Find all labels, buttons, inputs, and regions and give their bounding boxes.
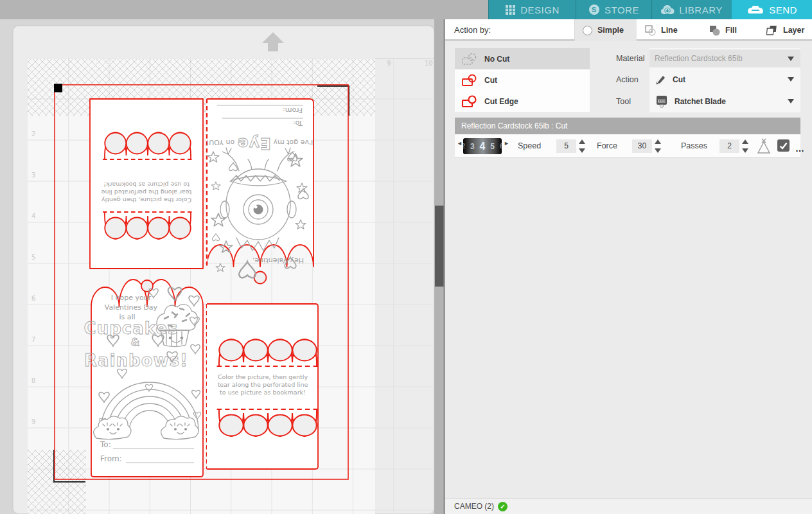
action-dropdown[interactable]: Cut	[649, 69, 800, 90]
svg-text:3: 3	[31, 172, 35, 179]
mode-layer[interactable]: Layer	[759, 19, 812, 41]
svg-text:6: 6	[31, 295, 35, 302]
cut-edge-label: Cut Edge	[484, 97, 518, 106]
line-mode-icon	[644, 24, 656, 36]
tab-library[interactable]: LIBRARY	[651, 0, 731, 19]
svg-text:To:: To:	[293, 119, 303, 127]
origin-handle[interactable]	[54, 84, 62, 93]
passes-input[interactable]: 2	[719, 139, 739, 153]
store-icon: S	[588, 4, 600, 15]
test-cut-icon[interactable]	[755, 137, 772, 155]
force-stepper[interactable]	[655, 139, 661, 153]
mode-fill-label: Fill	[725, 26, 737, 35]
card-cupcake[interactable]: I hope your Valentines Day is all Cupcak…	[84, 279, 203, 477]
device-name: CAMEO (2)	[454, 502, 494, 511]
mode-line[interactable]: Line	[637, 19, 701, 41]
tab-design-label: DESIGN	[520, 4, 560, 15]
svg-text:to use picture as bookmark!: to use picture as bookmark!	[103, 181, 190, 188]
cut-condition-list: No Cut Cut Cut Edge	[455, 48, 590, 112]
svg-text:Cupcakes: Cupcakes	[84, 319, 179, 338]
svg-text:5: 5	[31, 254, 35, 261]
svg-text:From:: From:	[100, 454, 122, 463]
canvas-scrollbar	[434, 19, 445, 514]
svg-text:9: 9	[387, 60, 391, 67]
send-settings-panel: Action by: Simple Line Fill Layer	[445, 19, 812, 514]
device-connected-icon: ✓	[498, 502, 508, 511]
cut-label: Cut	[484, 76, 497, 85]
cut-option-cut-edge[interactable]: Cut Edge	[455, 91, 590, 112]
tab-store[interactable]: S STORE	[576, 0, 651, 19]
svg-text:From:: From:	[283, 106, 303, 114]
action-by-label: Action by:	[454, 19, 491, 41]
scrollbar-thumb[interactable]	[435, 206, 444, 287]
no-cut-icon	[461, 53, 478, 66]
blade-depth-dial[interactable]: 2 3 4 5 6	[463, 138, 502, 154]
blade-decrease-arrow[interactable]: ◄	[457, 140, 463, 146]
svg-text:Color the picture, then gently: Color the picture, then gently	[218, 373, 308, 380]
action-by-bar: Action by: Simple Line Fill Layer	[445, 19, 812, 41]
mode-line-label: Line	[661, 26, 678, 35]
tab-design[interactable]: DESIGN	[488, 0, 576, 19]
cut-option-cut[interactable]: Cut	[455, 69, 590, 91]
mode-simple-label: Simple	[597, 26, 624, 35]
svg-text:to use picture as bookmark!: to use picture as bookmark!	[220, 389, 306, 396]
tab-send[interactable]: SEND	[731, 0, 812, 19]
action-value: Cut	[673, 75, 782, 84]
svg-text:4: 4	[31, 213, 35, 220]
cut-edge-icon	[461, 95, 478, 108]
main-tabs: DESIGN S STORE LIBRARY SEND	[488, 0, 812, 19]
svg-text:Valentines Day: Valentines Day	[105, 303, 158, 312]
svg-text:tear along the perforated line: tear along the perforated line	[101, 189, 191, 196]
material-label: Material	[616, 54, 644, 63]
card-bookmark-left[interactable]: Color the picture, then gently tear alon…	[90, 99, 203, 269]
svg-text:8: 8	[31, 377, 35, 384]
svg-text:2: 2	[31, 130, 35, 137]
blade-increase-arrow[interactable]: ►	[504, 140, 509, 146]
svg-text:7: 7	[31, 336, 35, 343]
check-icon	[778, 140, 789, 151]
blade-number: 6	[500, 143, 502, 150]
card-bookmark-right[interactable]: Color the picture, then gently tear alon…	[207, 304, 319, 469]
svg-text:I hope your: I hope your	[111, 294, 152, 302]
material-value: Reflection Cardstock 65lb	[649, 54, 788, 63]
status-bar: CAMEO (2) ✓	[445, 498, 812, 514]
mode-simple[interactable]: Simple	[574, 19, 637, 41]
radio-icon	[583, 26, 592, 35]
force-input[interactable]: 30	[632, 139, 652, 153]
passes-label: Passes	[681, 141, 707, 150]
material-settings-block: Reflection Cardstock 65lb Cut Ratchet Bl…	[649, 48, 800, 112]
speed-input[interactable]: 5	[556, 139, 576, 153]
mode-layer-label: Layer	[783, 26, 804, 35]
blade-number: 2	[463, 143, 465, 150]
passes-stepper[interactable]	[742, 139, 748, 153]
top-bar: DESIGN S STORE LIBRARY SEND	[0, 0, 812, 19]
cut-option-no-cut[interactable]: No Cut	[455, 48, 590, 69]
tab-store-label: STORE	[605, 4, 639, 15]
blade-number-selected: 4	[480, 141, 486, 152]
ratchet-blade-icon	[655, 94, 669, 109]
svg-text:&: &	[131, 336, 141, 348]
svg-text:9: 9	[31, 418, 35, 425]
monster-greeting-reversed: Hey Valentine,	[252, 256, 304, 265]
tab-library-label: LIBRARY	[679, 4, 722, 15]
more-options-button[interactable]: …	[795, 143, 805, 154]
layer-mode-icon	[766, 24, 778, 36]
svg-text:tear along the perforated line: tear along the perforated line	[218, 381, 308, 388]
tag-hole	[141, 280, 153, 292]
cut-icon	[461, 74, 478, 87]
svg-text:S: S	[592, 6, 597, 13]
bookmark-instructions: Color the picture, then gently tear alon…	[218, 373, 308, 396]
chevron-down-icon	[788, 77, 794, 82]
no-cut-label: No Cut	[484, 55, 509, 64]
speed-stepper[interactable]	[579, 139, 585, 153]
svg-text:Color the picture, then gently: Color the picture, then gently	[102, 197, 192, 204]
job-header: Reflection Cardstock 65lb : Cut	[455, 118, 800, 134]
design-grid-icon	[505, 4, 516, 15]
svg-text:Hey Valentine,: Hey Valentine,	[252, 256, 304, 265]
mode-fill[interactable]: Fill	[701, 19, 759, 41]
send-machine-icon	[746, 3, 764, 16]
tool-dropdown[interactable]: Ratchet Blade	[649, 91, 800, 112]
enable-checkbox[interactable]	[777, 139, 790, 152]
force-label: Force	[597, 141, 617, 150]
material-dropdown[interactable]: Reflection Cardstock 65lb	[649, 49, 800, 67]
